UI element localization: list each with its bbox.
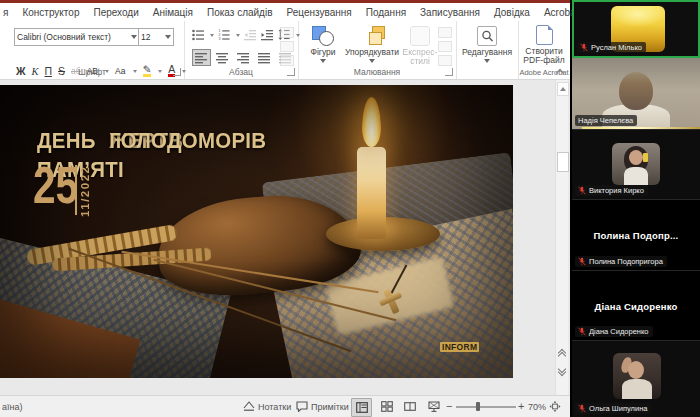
tab-transitions[interactable]: Переходи xyxy=(93,7,138,18)
font-name-value: Calibri (Основний текст) xyxy=(17,32,111,42)
arrange-label: Упорядкувати xyxy=(345,48,399,57)
participant-name: Надія Чепелєва xyxy=(578,116,633,125)
reading-view-button[interactable] xyxy=(400,398,419,415)
tab-review[interactable]: Рецензування xyxy=(287,7,352,18)
ribbon: Calibri (Основний текст) 12 Ж К П S аб А… xyxy=(0,21,570,80)
slide-canvas[interactable]: ДЕНЬ ПАМ’ЯТІ ЖЕРТВ ГОЛОДОМОРІВ 25 11/202… xyxy=(0,85,513,378)
pdf-file-icon xyxy=(536,25,553,45)
notes-icon xyxy=(243,401,255,412)
arrange-button[interactable]: Упорядкувати xyxy=(344,26,400,63)
muted-mic-icon xyxy=(580,43,588,52)
slide-date-divider xyxy=(75,165,77,215)
editing-icon-box xyxy=(477,26,497,46)
normal-view-button[interactable] xyxy=(351,398,372,417)
zoom-slider-track[interactable] xyxy=(456,406,516,408)
font-name-combobox[interactable]: Calibri (Основний текст) xyxy=(14,28,140,46)
fit-to-window-button[interactable] xyxy=(545,398,564,415)
editing-button[interactable]: Редагування xyxy=(459,26,515,63)
zoom-out-icon[interactable]: − xyxy=(446,400,452,412)
create-pdf-button[interactable]: Створити PDF-файл xyxy=(521,25,567,65)
slide-title-line3: ГОЛОДОМОРІВ xyxy=(109,127,266,156)
align-right-icon xyxy=(237,52,250,64)
align-center-icon xyxy=(216,52,229,64)
participant-tile-diana[interactable]: Діана Сидоренко Діана Сидоренко xyxy=(572,271,700,341)
shape-fill-icon[interactable] xyxy=(438,27,452,38)
text-direction-icon[interactable] xyxy=(280,27,294,38)
zoom-level[interactable]: 70% xyxy=(528,402,546,412)
participant-tile-viktoriia[interactable]: Виктория Кирко xyxy=(572,130,700,200)
align-text-icon[interactable] xyxy=(280,41,294,52)
drawing-minor-buttons xyxy=(438,27,452,66)
shapes-button[interactable]: Фігури xyxy=(304,26,342,63)
create-pdf-label2: PDF-файл xyxy=(523,56,564,65)
slide-sorter-icon xyxy=(381,401,393,412)
participant-tile-olha[interactable]: Ольга Шипулина xyxy=(572,341,700,417)
tab-recording[interactable]: Записування xyxy=(420,7,480,18)
slide-date-monthyear: 11/2022 xyxy=(79,163,91,217)
drawing-group: Фігури Упорядкувати Експрес- стилі xyxy=(298,21,457,79)
align-right-button[interactable] xyxy=(234,49,253,66)
tab-insert-partial[interactable]: я xyxy=(3,7,8,18)
participant-name-label: Полина Подопригора xyxy=(575,256,667,267)
font-size-combobox[interactable]: 12 xyxy=(138,28,174,46)
participant-name-label: Руслан Мілько xyxy=(577,42,646,53)
video-person-head xyxy=(619,72,653,110)
comments-button[interactable]: Примітки xyxy=(296,396,349,417)
slide-date-day: 25 xyxy=(33,159,78,211)
increase-indent-icon[interactable] xyxy=(261,29,274,41)
previous-slide-icon[interactable] xyxy=(558,350,566,358)
zoom-slider-thumb[interactable] xyxy=(476,402,480,411)
drawing-group-label: Малювання xyxy=(298,67,456,77)
participant-name: Виктория Кирко xyxy=(589,186,644,195)
scroll-up-icon[interactable] xyxy=(557,82,569,96)
participant-display-name: Полина Подопр... xyxy=(572,230,700,241)
align-center-button[interactable] xyxy=(213,49,232,66)
smartart-convert-icon[interactable] xyxy=(280,55,294,66)
shape-effects-icon[interactable] xyxy=(438,55,452,66)
language-indicator[interactable]: аїна) xyxy=(2,396,22,417)
vertical-scrollbar[interactable] xyxy=(555,80,568,396)
participant-name-label: Виктория Кирко xyxy=(575,185,648,196)
tab-help[interactable]: Довідка xyxy=(494,7,530,18)
quick-styles-button[interactable]: Експрес- стилі xyxy=(400,26,440,66)
numbering-icon[interactable] xyxy=(218,29,231,41)
avatar-face xyxy=(628,361,644,379)
participant-avatar xyxy=(612,143,660,185)
muted-mic-icon xyxy=(578,186,586,195)
justify-button[interactable] xyxy=(255,49,274,66)
slideshow-view-button[interactable] xyxy=(424,398,443,415)
fit-to-window-icon xyxy=(549,401,561,412)
tab-view[interactable]: Подання xyxy=(366,7,406,18)
decrease-indent-icon[interactable] xyxy=(244,29,257,41)
participant-tile-polina[interactable]: Полина Подопр... Полина Подопригора xyxy=(572,200,700,271)
comments-label: Примітки xyxy=(311,402,349,412)
font-dialog-launcher[interactable] xyxy=(173,68,181,76)
participant-tile-nadiia[interactable]: Надія Чепелєва xyxy=(572,58,700,130)
participant-name: Полина Подопригора xyxy=(589,257,663,266)
shapes-icon xyxy=(312,26,334,46)
collapse-ribbon-icon[interactable] xyxy=(557,68,564,75)
drawing-dialog-launcher[interactable] xyxy=(445,68,453,76)
slideshow-icon xyxy=(428,401,440,412)
next-slide-icon[interactable] xyxy=(558,366,566,374)
zoom-in-icon[interactable]: + xyxy=(518,400,524,412)
tab-animations[interactable]: Анімація xyxy=(153,7,193,18)
tab-design[interactable]: Конструктор xyxy=(22,7,79,18)
font-group-label: Шрифт xyxy=(0,67,184,77)
search-icon xyxy=(481,30,494,42)
powerpoint-window: я Конструктор Переходи Анімація Показ сл… xyxy=(0,0,570,417)
paragraph-minor-buttons xyxy=(280,27,294,66)
shape-outline-icon[interactable] xyxy=(438,41,452,52)
participant-name: Руслан Мілько xyxy=(591,43,642,52)
notes-button[interactable]: Нотатки xyxy=(243,396,291,417)
tab-slideshow[interactable]: Показ слайдів xyxy=(207,7,273,18)
normal-view-icon xyxy=(356,402,368,413)
language-text: аїна) xyxy=(2,402,22,412)
paragraph-dialog-launcher[interactable] xyxy=(287,68,295,76)
slide-sorter-view-button[interactable] xyxy=(377,398,396,415)
participant-tile-ruslan[interactable]: Руслан Мілько xyxy=(572,0,700,58)
editing-group: Редагування xyxy=(456,21,519,79)
bullets-icon[interactable] xyxy=(192,29,205,41)
scrollbar-thumb[interactable] xyxy=(557,152,569,172)
align-left-button[interactable] xyxy=(192,49,211,66)
